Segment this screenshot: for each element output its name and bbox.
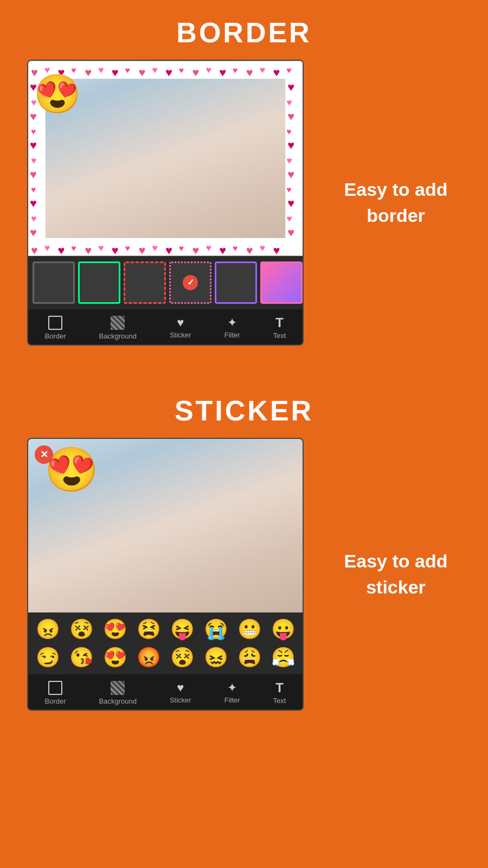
emoji-15[interactable]: 😩 — [233, 644, 266, 671]
toolbar-filter-label: Filter — [224, 331, 240, 339]
emoji-8[interactable]: 😛 — [267, 616, 299, 643]
emoji-16[interactable]: 😤 — [267, 644, 299, 671]
sticker-toolbar-border-label: Border — [45, 697, 66, 705]
sticker-toolbar-text-label: Text — [273, 697, 286, 705]
sticker-toolbar-border-btn[interactable]: Border — [45, 681, 66, 705]
emoji-7[interactable]: 😬 — [233, 616, 266, 643]
emoji-2[interactable]: 😵 — [65, 616, 98, 643]
emoji-13[interactable]: 😵 — [166, 644, 198, 671]
emoji-9[interactable]: 😏 — [31, 644, 64, 671]
sticker-filter-sparkle-icon: ✦ — [227, 682, 237, 694]
border-thumb-2[interactable] — [78, 261, 120, 304]
sticker-toolbar-sticker-btn[interactable]: ♥ Sticker — [170, 682, 191, 704]
border-side-text: Easy to addborder — [304, 177, 477, 228]
emoji-12[interactable]: 😡 — [132, 644, 165, 671]
sticker-heart-icon-2: ♥ — [177, 682, 184, 694]
toolbar-text-label: Text — [273, 331, 286, 340]
sticker-side-text: Easy to addsticker — [304, 548, 477, 600]
toolbar-background-label: Background — [99, 332, 137, 340]
emoji-14[interactable]: 😖 — [200, 644, 232, 671]
sticker-section: STICKER ✕ 😍 😠 😵 😍 😫 😝 😭 😬 😛 — [0, 378, 488, 732]
toolbar-border-label: Border — [45, 332, 66, 340]
emoji-5[interactable]: 😝 — [166, 616, 198, 643]
border-phone-mockup: ♥ ♥ ♥ ♥ ♥ ♥ ♥ ♥ ♥ ♥ ♥ ♥ ♥ ♥ ♥ ♥ ♥ — [27, 60, 304, 346]
sticker-toolbar-background-btn[interactable]: Background — [99, 681, 137, 705]
background-icon — [111, 316, 125, 330]
sticker-toolbar-filter-btn[interactable]: ✦ Filter — [224, 682, 240, 704]
border-thumb-3[interactable] — [124, 261, 166, 304]
border-selector-strip — [28, 256, 303, 309]
sticker-section-row: ✕ 😍 😠 😵 😍 😫 😝 😭 😬 😛 😏 😘 😍 😡 😵 😖 — [0, 438, 488, 732]
border-side-text-content: Easy to addborder — [344, 179, 448, 226]
border-thumb-5[interactable] — [215, 261, 257, 304]
border-thumb-4-selected[interactable] — [169, 261, 211, 304]
toolbar-sticker-btn[interactable]: ♥ Sticker — [170, 317, 191, 339]
sticker-background-icon — [111, 681, 125, 695]
border-photo-area: ♥ ♥ ♥ ♥ ♥ ♥ ♥ ♥ ♥ ♥ ♥ ♥ ♥ ♥ ♥ ♥ ♥ — [28, 61, 303, 256]
emoji-3[interactable]: 😍 — [99, 616, 131, 643]
border-section: BORDER ♥ ♥ ♥ ♥ ♥ ♥ — [0, 0, 488, 367]
sticker-border-icon — [48, 681, 62, 695]
toolbar-sticker-label: Sticker — [170, 331, 191, 339]
emoji-10[interactable]: 😘 — [65, 644, 98, 671]
sticker-heart-icon: ♥ — [177, 317, 184, 329]
sticker-toolbar: Border Background ♥ Sticker ✦ Filter T T… — [28, 674, 303, 710]
border-thumb-1[interactable] — [33, 261, 75, 304]
sticker-phone-mockup: ✕ 😍 😠 😵 😍 😫 😝 😭 😬 😛 😏 😘 😍 😡 😵 😖 — [27, 438, 304, 711]
border-thumb-6[interactable] — [260, 261, 303, 304]
sticker-close-btn[interactable]: ✕ — [35, 445, 53, 464]
toolbar-border-btn[interactable]: Border — [45, 316, 66, 340]
emoji-1[interactable]: 😠 — [31, 616, 64, 643]
sticker-toolbar-background-label: Background — [99, 697, 137, 705]
sticker-photo-area: ✕ 😍 — [28, 439, 303, 612]
sticker-side-text-content: Easy to addsticker — [344, 551, 448, 597]
emoji-4[interactable]: 😫 — [132, 616, 165, 643]
border-emoji-sticker: 😍 — [34, 72, 81, 116]
sticker-toolbar-text-btn[interactable]: T Text — [273, 681, 286, 705]
emoji-6[interactable]: 😭 — [200, 616, 232, 643]
toolbar-background-btn[interactable]: Background — [99, 316, 137, 340]
sticker-toolbar-filter-label: Filter — [224, 696, 240, 704]
filter-sparkle-icon: ✦ — [227, 317, 237, 329]
border-icon — [48, 316, 62, 330]
toolbar-text-btn[interactable]: T Text — [273, 316, 286, 340]
toolbar-filter-btn[interactable]: ✦ Filter — [224, 317, 240, 339]
sticker-toolbar-sticker-label: Sticker — [170, 696, 191, 704]
border-section-row: ♥ ♥ ♥ ♥ ♥ ♥ ♥ ♥ ♥ ♥ ♥ ♥ ♥ ♥ ♥ ♥ ♥ — [0, 60, 488, 367]
sticker-title: STICKER — [0, 378, 488, 438]
emoji-grid: 😠 😵 😍 😫 😝 😭 😬 😛 😏 😘 😍 😡 😵 😖 😩 😤 — [28, 612, 303, 674]
emoji-11[interactable]: 😍 — [99, 644, 131, 671]
border-title: BORDER — [0, 0, 488, 60]
border-toolbar: Border Background ♥ Sticker ✦ Filter T T… — [28, 309, 303, 344]
text-icon: T — [275, 316, 284, 329]
sticker-text-icon: T — [275, 681, 284, 694]
